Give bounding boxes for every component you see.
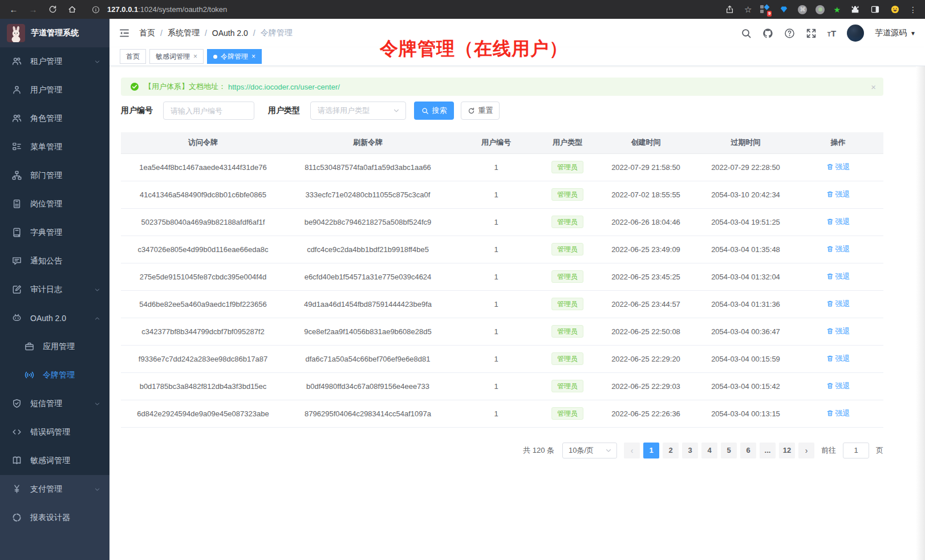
force-logout-link[interactable]: 强退 [826,217,850,227]
sidebar-item-label: 菜单管理 [30,142,62,152]
content-scrollbar[interactable] [916,66,925,560]
page-button-2[interactable]: 2 [663,443,679,458]
force-logout-link[interactable]: 强退 [826,354,850,364]
font-size-icon[interactable]: TT [827,29,836,38]
extension-grid-icon[interactable]: 9 [760,5,769,14]
user-icon [12,85,22,95]
user-avatar[interactable] [847,25,864,42]
search-icon[interactable] [741,28,752,39]
user-id-cell: 1 [451,153,542,181]
force-logout-link[interactable]: 强退 [826,381,850,391]
tab-close-icon[interactable]: × [251,53,255,60]
force-logout-link[interactable]: 强退 [826,189,850,200]
profile-avatar-icon[interactable] [889,5,900,14]
force-logout-link[interactable]: 强退 [826,326,850,336]
sidebar-bottom-menu: 支付管理报表设计器 [0,475,109,532]
sidebar-item-app-management[interactable]: 应用管理 [0,332,109,361]
page-button-6[interactable]: 6 [740,443,756,458]
sidebar-item-label: 支付管理 [30,484,62,494]
sidebar-item-report-designer[interactable]: 报表设计器 [0,504,109,532]
help-question-icon[interactable] [784,28,795,39]
doc-link[interactable]: https://doc.iocoder.cn/user-center/ [228,83,340,91]
star-extension-icon[interactable]: ★ [833,5,841,14]
tab-token[interactable]: 令牌管理× [207,49,262,64]
breadcrumb-item[interactable]: 系统管理 [168,28,200,38]
sidebar-item-audit-log[interactable]: 审计日志 [0,275,109,304]
user-dropdown[interactable]: 芋道源码 ▼ [875,28,916,38]
prev-page-button[interactable]: ‹ [624,443,640,458]
sidebar-item-menu-management[interactable]: 菜单管理 [0,133,109,161]
force-logout-link[interactable]: 强退 [826,162,850,172]
page-button-12[interactable]: 12 [779,443,795,458]
browser-forward-icon[interactable]: → [27,5,39,14]
bookmark-star-icon[interactable]: ☆ [744,5,752,15]
sidebar-item-user-management[interactable]: 用户管理 [0,76,109,104]
sidebar-item-payment-management[interactable]: 支付管理 [0,475,109,504]
dictionary-icon [12,228,22,238]
force-logout-link[interactable]: 强退 [826,408,850,419]
page-button-3[interactable]: 3 [682,443,698,458]
action-cell: 强退 [793,236,883,263]
search-button[interactable]: 搜索 [414,102,454,120]
breadcrumb-item[interactable]: OAuth 2.0 [212,29,248,38]
table-header-cell: 用户编号 [451,132,542,153]
user-type-select[interactable]: 请选择用户类型 [310,102,406,120]
action-cell: 强退 [793,181,883,208]
role-users-icon [12,113,22,124]
site-info-icon[interactable] [90,6,102,14]
table-row: c347026e805e4d99b0d116eae66eda8ccdfc4ce9… [121,236,883,263]
side-panel-icon[interactable] [869,5,881,14]
page-button-1[interactable]: 1 [643,443,659,458]
breadcrumb-item[interactable]: 首页 [139,28,155,38]
sidebar-item-dept-management[interactable]: 部门管理 [0,161,109,190]
sidebar-fold-icon[interactable] [119,27,130,39]
gem-extension-icon[interactable] [778,5,789,14]
active-tab-dot [213,55,217,59]
refresh-token-cell: b0df4980ffd34c67a08f9156e4eee733 [285,372,451,400]
sidebar-item-sms-management[interactable]: 短信管理 [0,389,109,418]
force-logout-link[interactable]: 强退 [826,271,850,282]
browser-menu-icon[interactable]: ⋮ [909,5,917,14]
page-button-4[interactable]: 4 [701,443,717,458]
browser-home-icon[interactable] [66,5,78,14]
tab-label: 首页 [126,52,140,62]
fullscreen-icon[interactable] [806,28,817,39]
user-type-tag: 管理员 [551,161,583,173]
expire-time-cell: 2054-03-04 01:32:04 [699,263,793,290]
sidebar-item-oauth2[interactable]: OAuth 2.0 [0,304,109,332]
puzzle-extensions-icon[interactable] [849,5,861,14]
tab-home[interactable]: 首页 [120,49,146,64]
trash-icon [826,382,834,389]
sidebar-item-token-management[interactable]: 令牌管理 [0,361,109,389]
reset-button[interactable]: 重置 [461,102,500,120]
sidebar-item-post-management[interactable]: 岗位管理 [0,190,109,218]
record-extension-icon[interactable] [816,5,825,14]
goto-page-input[interactable] [843,443,869,458]
tab-close-icon[interactable]: × [193,53,197,60]
address-bar[interactable]: 127.0.0.1:1024/system/oauth2/token [90,5,724,14]
sms-shield-icon [12,399,22,409]
page-ellipsis-button[interactable]: ... [760,443,776,458]
sidebar-item-dict-management[interactable]: 字典管理 [0,218,109,247]
force-logout-link[interactable]: 强退 [826,299,850,309]
sidebar-item-role-management[interactable]: 角色管理 [0,104,109,133]
tab-sensitive-word[interactable]: 敏感词管理× [149,49,204,64]
force-logout-link[interactable]: 强退 [826,244,850,254]
page-size-select[interactable]: 10条/页 [562,443,617,458]
alert-close-icon[interactable]: × [871,82,876,92]
sidebar-item-sensitive-word-management[interactable]: 敏感词管理 [0,447,109,475]
user-id-input[interactable] [163,102,254,120]
sidebar-item-error-code-management[interactable]: 错误码管理 [0,418,109,447]
command-extension-icon[interactable]: ⌘ [798,5,807,14]
sidebar-item-notice-announcement[interactable]: 通知公告 [0,247,109,275]
browser-reload-icon[interactable] [47,5,58,14]
share-icon[interactable] [724,5,736,14]
page-button-5[interactable]: 5 [721,443,737,458]
token-signal-icon [25,370,35,380]
browser-back-icon[interactable]: ← [8,5,19,14]
github-icon[interactable] [762,28,773,39]
refresh-token-cell: be90422b8c7946218275a508bf524fc9 [285,208,451,236]
next-page-button[interactable]: › [798,443,814,458]
sidebar-item-tenant-management[interactable]: 租户管理 [0,47,109,76]
app-logo-row[interactable]: 芋道管理系统 [0,19,109,47]
